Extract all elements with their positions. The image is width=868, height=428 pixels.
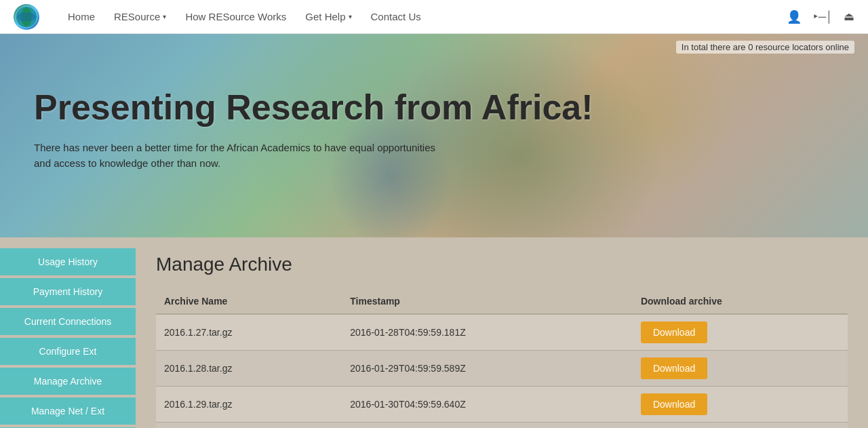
- resource-status: In total there are 0 resource locators o…: [676, 41, 854, 54]
- nav-home[interactable]: Home: [60, 7, 103, 26]
- get-help-dropdown-chevron: ▾: [349, 13, 352, 20]
- hero-title: Presenting Research from Africa!: [34, 88, 593, 127]
- page-title: Manage Archive: [156, 254, 848, 275]
- sidebar-manage-net-ext[interactable]: Manage Net / Ext: [0, 397, 136, 425]
- col-archive-name: Archive Name: [156, 289, 342, 314]
- nav-links: Home RESource ▾ How RESource Works Get H…: [60, 7, 787, 26]
- archive-name-cell: 2016.1.30.tar.gz: [156, 423, 342, 429]
- timestamp-cell: 2016-01-30T04:59:59.640Z: [342, 387, 633, 423]
- table-row: 2016.1.27.tar.gz 2016-01-28T04:59:59.181…: [156, 314, 848, 351]
- download-cell: Download: [633, 423, 848, 429]
- nav-resource[interactable]: RESource ▾: [106, 7, 174, 26]
- archive-name-cell: 2016.1.28.tar.gz: [156, 351, 342, 387]
- hero-content: Presenting Research from Africa! There h…: [34, 88, 593, 171]
- download-cell: Download: [633, 351, 848, 387]
- archive-name-cell: 2016.1.27.tar.gz: [156, 314, 342, 351]
- download-button[interactable]: Download: [641, 322, 707, 343]
- download-button[interactable]: Download: [641, 357, 707, 379]
- sidebar-configure-ext[interactable]: Configure Ext: [0, 338, 136, 365]
- site-logo[interactable]: [14, 4, 39, 30]
- col-download-archive: Download archive: [633, 289, 848, 314]
- sidebar-usage-history[interactable]: Usage History: [0, 248, 136, 275]
- table-row: 2016.1.30.tar.gz 2016-01-31T04:59:59.631…: [156, 423, 848, 429]
- sidebar: Usage History Payment History Current Co…: [0, 237, 136, 428]
- timestamp-cell: 2016-01-28T04:59:59.181Z: [342, 314, 633, 351]
- sidebar-payment-history[interactable]: Payment History: [0, 278, 136, 305]
- timestamp-cell: 2016-01-31T04:59:59.631Z: [342, 423, 633, 429]
- nav-get-help[interactable]: Get Help ▾: [297, 7, 359, 26]
- power-icon[interactable]: ⏏: [844, 9, 854, 24]
- nav-how-resource-works[interactable]: How RESource Works: [177, 7, 294, 26]
- archive-table: Archive Name Timestamp Download archive …: [156, 289, 848, 428]
- resource-dropdown-chevron: ▾: [163, 13, 166, 20]
- col-timestamp: Timestamp: [342, 289, 633, 314]
- nav-icon-group: 👤 ‣─│ ⏏: [787, 9, 854, 24]
- sidebar-manage-archive[interactable]: Manage Archive: [0, 368, 136, 395]
- hero-section: In total there are 0 resource locators o…: [0, 34, 868, 237]
- table-row: 2016.1.28.tar.gz 2016-01-29T04:59:59.589…: [156, 351, 848, 387]
- hero-subtitle: There has never been a better time for t…: [34, 140, 441, 171]
- sidebar-current-connections[interactable]: Current Connections: [0, 308, 136, 335]
- timestamp-cell: 2016-01-29T04:59:59.589Z: [342, 351, 633, 387]
- content-area: Usage History Payment History Current Co…: [0, 237, 868, 428]
- svg-point-2: [17, 12, 36, 22]
- download-button[interactable]: Download: [641, 393, 707, 415]
- table-row: 2016.1.29.tar.gz 2016-01-30T04:59:59.640…: [156, 387, 848, 423]
- main-content: Manage Archive Archive Name Timestamp Do…: [136, 237, 868, 428]
- user-icon[interactable]: 👤: [787, 9, 802, 24]
- download-cell: Download: [633, 314, 848, 351]
- archive-name-cell: 2016.1.29.tar.gz: [156, 387, 342, 423]
- navigation: Home RESource ▾ How RESource Works Get H…: [0, 0, 868, 34]
- nav-contact-us[interactable]: Contact Us: [363, 7, 429, 26]
- download-cell: Download: [633, 387, 848, 423]
- rss-icon[interactable]: ‣─│: [812, 10, 833, 23]
